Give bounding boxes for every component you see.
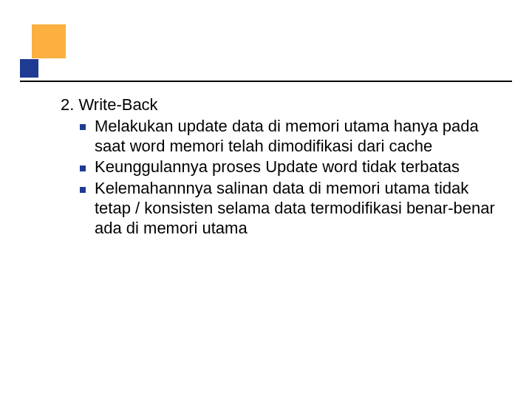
list-item: Kelemahannnya salinan data di memori uta… [80,179,502,238]
horizontal-rule [20,81,512,82]
list-item-text: Melakukan update data di memori utama ha… [95,117,479,155]
list-item: Keunggulannya proses Update word tidak t… [80,157,502,177]
accent-square-blue [20,59,38,78]
slide-body: 2. Write-Back Melakukan update data di m… [61,95,502,240]
list-item: Melakukan update data di memori utama ha… [80,117,502,157]
accent-square-orange [32,24,66,58]
list-item-text: Kelemahannnya salinan data di memori uta… [95,179,495,237]
slide: 2. Write-Back Melakukan update data di m… [0,0,532,399]
list-item-text: Keunggulannya proses Update word tidak t… [95,157,460,176]
bullet-list: Melakukan update data di memori utama ha… [61,117,502,239]
list-heading: 2. Write-Back [61,95,502,115]
